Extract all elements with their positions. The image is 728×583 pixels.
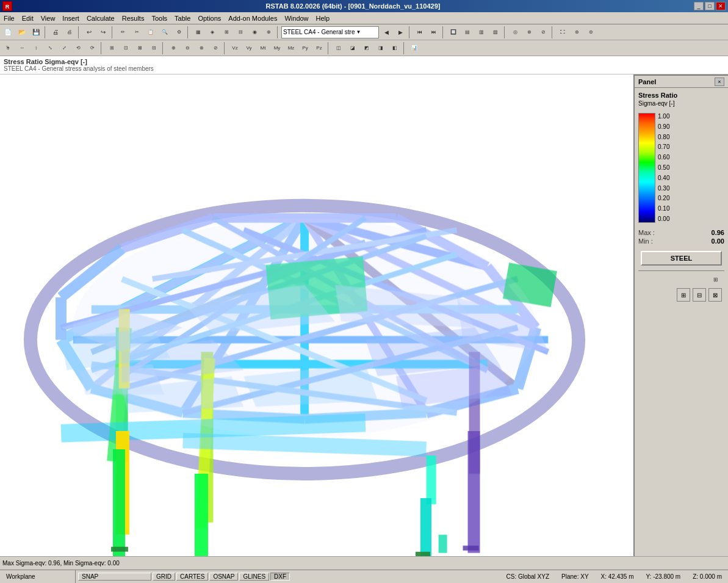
grid-button[interactable]: GRID bbox=[153, 573, 175, 581]
open-btn[interactable]: 📂 bbox=[15, 26, 29, 39]
menu-tools[interactable]: Tools bbox=[148, 13, 171, 23]
t2-btn-18[interactable]: Mt bbox=[256, 42, 270, 55]
nav-next-btn[interactable]: ▶ bbox=[394, 26, 407, 39]
tb-icon-2[interactable]: ◈ bbox=[206, 26, 219, 39]
menu-help[interactable]: Help bbox=[312, 13, 334, 23]
t2-btn-5[interactable]: ⤢ bbox=[57, 42, 71, 55]
t2-btn-10[interactable]: ⊠ bbox=[133, 42, 146, 55]
t2-btn-28[interactable]: 📊 bbox=[408, 42, 421, 55]
tb-btn-d[interactable]: 🔍 bbox=[158, 26, 171, 39]
tb-icon-13[interactable]: ◎ bbox=[508, 26, 522, 39]
t2-btn-19[interactable]: My bbox=[270, 42, 284, 55]
tb-icon-10[interactable]: ▤ bbox=[461, 26, 474, 39]
tb-icon-14[interactable]: ⊗ bbox=[522, 26, 536, 39]
t2-btn-25[interactable]: ◩ bbox=[360, 42, 373, 55]
t2-btn-1[interactable]: 🖱 bbox=[1, 42, 15, 55]
max-stat-row: Max : 0.96 bbox=[638, 229, 724, 236]
tb-icon-3[interactable]: ⊞ bbox=[220, 26, 233, 39]
t2-btn-3[interactable]: ↕ bbox=[29, 42, 43, 55]
tb-icon-15[interactable]: ⊘ bbox=[536, 26, 550, 39]
close-button[interactable]: ✕ bbox=[716, 2, 726, 10]
menu-addon[interactable]: Add-on Modules bbox=[225, 13, 281, 23]
tb-icon-11[interactable]: ▥ bbox=[475, 26, 488, 39]
svg-point-65 bbox=[73, 218, 536, 437]
t2-btn-26[interactable]: ◨ bbox=[374, 42, 387, 55]
t2-btn-8[interactable]: ⊞ bbox=[105, 42, 118, 55]
panel-grid-icon[interactable]: ⊞ bbox=[677, 288, 690, 302]
tb-icon-4[interactable]: ⊟ bbox=[234, 26, 247, 39]
osnap-button[interactable]: OSNAP bbox=[209, 573, 238, 581]
menu-window[interactable]: Window bbox=[281, 13, 312, 23]
t2-btn-27[interactable]: ◧ bbox=[388, 42, 402, 55]
t2-btn-2[interactable]: ↔ bbox=[15, 42, 29, 55]
panel-table-icon[interactable]: ⊟ bbox=[693, 288, 706, 302]
save-btn[interactable]: 💾 bbox=[29, 26, 43, 39]
t2-btn-16[interactable]: Vz bbox=[228, 42, 242, 55]
legend-val-0: 1.00 bbox=[658, 113, 669, 120]
t2-btn-23[interactable]: ◫ bbox=[332, 42, 345, 55]
panel-sub-title: Sigma-eqv [-] bbox=[638, 100, 724, 107]
t2-btn-6[interactable]: ⟲ bbox=[71, 42, 85, 55]
tb-icon-18[interactable]: ⊜ bbox=[584, 26, 597, 39]
tb-icon-12[interactable]: ▧ bbox=[489, 26, 502, 39]
redo-btn[interactable]: ↪ bbox=[96, 26, 110, 39]
color-legend: 1.00 0.90 0.80 0.70 0.60 0.50 0.40 0.30 … bbox=[638, 113, 724, 223]
tb-btn-a[interactable]: ✏ bbox=[116, 26, 129, 39]
panel-close-btn[interactable]: × bbox=[715, 78, 724, 86]
t2-btn-11[interactable]: ⊟ bbox=[147, 42, 160, 55]
result-type-label: Stress Ratio Sigma-eqv [-] bbox=[4, 58, 724, 65]
menu-edit[interactable]: Edit bbox=[18, 13, 37, 23]
menu-insert[interactable]: Insert bbox=[59, 13, 83, 23]
snap-button[interactable]: SNAP bbox=[78, 573, 151, 581]
panel-chart-icon[interactable]: ⊠ bbox=[708, 288, 722, 302]
toolbar-1: 📄 📂 💾 🖨 🖨 ↩ ↪ ✏ ✂ 📋 🔍 ⚙ ▦ ◈ ⊞ ⊟ ◉ ⊕ STEE… bbox=[0, 24, 728, 40]
restore-button[interactable]: □ bbox=[705, 2, 715, 10]
viewport[interactable] bbox=[0, 74, 633, 556]
t2-btn-12[interactable]: ⊕ bbox=[167, 42, 180, 55]
dxf-button[interactable]: DXF bbox=[270, 573, 290, 581]
tb-icon-7[interactable]: ⏮ bbox=[413, 26, 427, 39]
tb-icon-1[interactable]: ▦ bbox=[192, 26, 205, 39]
t2-btn-9[interactable]: ⊡ bbox=[119, 42, 132, 55]
result-dropdown[interactable]: STEEL CA4 - General stre ▼ bbox=[281, 26, 379, 38]
min-label: Min : bbox=[638, 237, 653, 245]
print-btn[interactable]: 🖨 bbox=[49, 26, 62, 39]
cartes-button[interactable]: CARTES bbox=[176, 573, 208, 581]
tb-btn-e[interactable]: ⚙ bbox=[172, 26, 186, 39]
legend-val-3: 0.70 bbox=[658, 143, 669, 151]
tb-icon-6[interactable]: ⊕ bbox=[262, 26, 275, 39]
menu-file[interactable]: File bbox=[0, 13, 18, 23]
window-controls: _ □ ✕ bbox=[694, 2, 726, 10]
t2-btn-7[interactable]: ⟳ bbox=[85, 42, 99, 55]
tb-btn-c[interactable]: 📋 bbox=[144, 26, 157, 39]
toolbar-2: 🖱 ↔ ↕ ⤡ ⤢ ⟲ ⟳ ⊞ ⊡ ⊠ ⊟ ⊕ ⊖ ⊗ ⊘ Vz Vy Mt M… bbox=[0, 40, 728, 56]
tb-icon-9[interactable]: 🔲 bbox=[447, 26, 460, 39]
t2-btn-17[interactable]: Vy bbox=[242, 42, 256, 55]
menu-calculate[interactable]: Calculate bbox=[83, 13, 118, 23]
t2-btn-20[interactable]: Mz bbox=[284, 42, 298, 55]
menu-table[interactable]: Table bbox=[171, 13, 194, 23]
t2-btn-24[interactable]: ◪ bbox=[346, 42, 359, 55]
menu-results[interactable]: Results bbox=[118, 13, 148, 23]
undo-btn[interactable]: ↩ bbox=[82, 26, 96, 39]
t2-btn-22[interactable]: Pz bbox=[312, 42, 326, 55]
menu-view[interactable]: View bbox=[37, 13, 59, 23]
panel-expand-btn[interactable]: ⊞ bbox=[710, 273, 722, 286]
t2-btn-14[interactable]: ⊗ bbox=[195, 42, 208, 55]
nav-prev-btn[interactable]: ◀ bbox=[380, 26, 393, 39]
menu-options[interactable]: Options bbox=[194, 13, 225, 23]
steel-button[interactable]: STEEL bbox=[641, 251, 722, 266]
tb-icon-17[interactable]: ⊛ bbox=[570, 26, 583, 39]
minimize-button[interactable]: _ bbox=[694, 2, 704, 10]
t2-btn-4[interactable]: ⤡ bbox=[43, 42, 57, 55]
t2-btn-13[interactable]: ⊖ bbox=[181, 42, 194, 55]
tb-icon-8[interactable]: ⏭ bbox=[427, 26, 441, 39]
tb-icon-5[interactable]: ◉ bbox=[248, 26, 261, 39]
print2-btn[interactable]: 🖨 bbox=[63, 26, 76, 39]
tb-btn-b[interactable]: ✂ bbox=[130, 26, 143, 39]
t2-btn-15[interactable]: ⊘ bbox=[209, 42, 222, 55]
t2-btn-21[interactable]: Py bbox=[298, 42, 312, 55]
glines-button[interactable]: GLINES bbox=[239, 573, 269, 581]
new-btn[interactable]: 📄 bbox=[1, 26, 15, 39]
tb-icon-16[interactable]: ⛶ bbox=[556, 26, 569, 39]
